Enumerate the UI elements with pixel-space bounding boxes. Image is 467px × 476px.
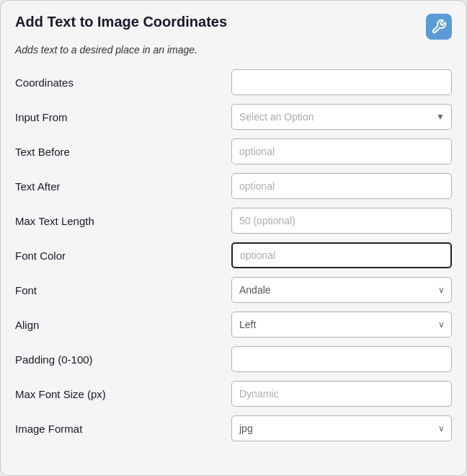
image-format-select[interactable]: jpg png gif webp [231,415,452,441]
font-color-input[interactable] [231,242,452,268]
font-row: Font Andale Arial Times New Roman Courie… [15,276,452,304]
font-color-row: Font Color [15,242,452,269]
max-font-size-label: Max Font Size (px) [15,388,231,400]
font-select[interactable]: Andale Arial Times New Roman Courier [231,277,452,303]
max-text-length-input[interactable] [231,208,452,234]
padding-row: Padding (0-100) [15,345,452,373]
input-from-row: Input From Select an Option Option 1 Opt… [15,103,452,131]
max-font-size-input[interactable] [231,381,452,407]
align-select-wrapper: Left Center Right ∨ [231,312,452,338]
font-label: Font [15,284,231,296]
input-from-select-wrapper: Select an Option Option 1 Option 2 ▼ [231,104,452,130]
text-before-row: Text Before [15,138,452,165]
text-after-input[interactable] [231,173,452,199]
align-row: Align Left Center Right ∨ [15,311,452,338]
wrench-icon [431,19,447,35]
padding-input[interactable] [231,346,452,372]
text-after-label: Text After [15,180,231,193]
coordinates-row: Coordinates [15,69,452,96]
text-before-input[interactable] [231,138,452,164]
panel-subtitle: Adds text to a desired place in an image… [15,44,452,56]
max-font-size-row: Max Font Size (px) [15,380,452,407]
image-format-row: Image Format jpg png gif webp ∨ [15,415,452,442]
text-before-label: Text Before [15,146,231,158]
align-label: Align [15,319,231,331]
font-select-wrapper: Andale Arial Times New Roman Courier ∨ [231,277,452,303]
align-select[interactable]: Left Center Right [231,312,452,338]
text-after-row: Text After [15,172,452,200]
font-color-label: Font Color [15,250,231,262]
input-from-select[interactable]: Select an Option Option 1 Option 2 [231,104,452,130]
padding-label: Padding (0-100) [15,353,231,366]
main-panel: Add Text to Image Coordinates Adds text … [0,0,467,476]
coordinates-input[interactable] [231,69,452,95]
input-from-label: Input From [15,111,231,123]
panel-title: Add Text to Image Coordinates [15,14,227,30]
coordinates-label: Coordinates [15,76,231,89]
max-text-length-label: Max Text Length [15,215,231,227]
image-format-label: Image Format [15,423,231,435]
max-text-length-row: Max Text Length [15,207,452,234]
tool-icon-button[interactable] [426,14,452,40]
panel-header: Add Text to Image Coordinates [15,14,452,40]
image-format-select-wrapper: jpg png gif webp ∨ [231,415,452,441]
